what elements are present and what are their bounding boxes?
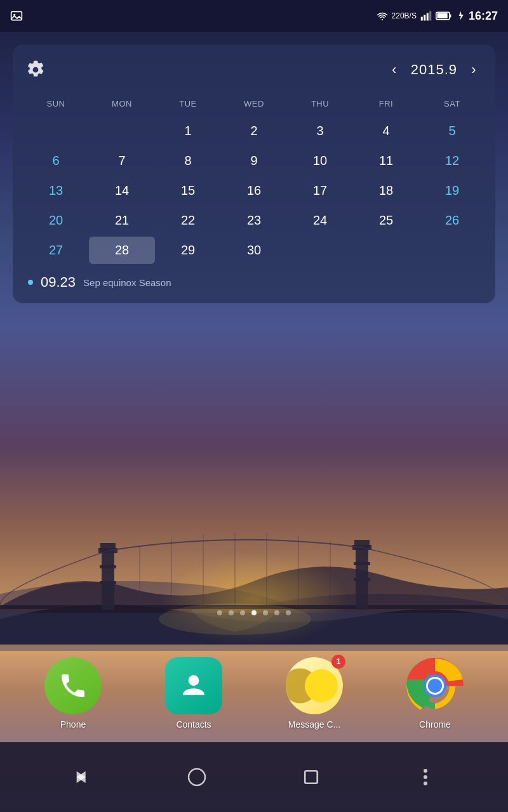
event-dot-indicator xyxy=(28,280,33,285)
calendar-week-5: 27 28 29 30 xyxy=(23,237,485,264)
message-app-label: Message C... xyxy=(288,719,340,730)
cal-day-12[interactable]: 12 xyxy=(419,147,485,174)
cal-day-9[interactable]: 9 xyxy=(221,147,287,174)
svg-point-35 xyxy=(189,769,205,785)
cal-day-21[interactable]: 21 xyxy=(89,207,155,234)
svg-rect-30 xyxy=(437,13,447,18)
dow-wed: WED xyxy=(221,95,287,115)
chrome-logo-icon xyxy=(406,657,464,714)
cal-day-8[interactable]: 8 xyxy=(155,147,221,174)
svg-rect-36 xyxy=(305,771,318,783)
svg-rect-26 xyxy=(427,13,429,21)
calendar-next-button[interactable]: › xyxy=(462,58,485,81)
cal-day-19[interactable]: 19 xyxy=(419,177,485,204)
chrome-app-label: Chrome xyxy=(419,719,451,730)
message-badge: 1 xyxy=(331,655,345,669)
cal-day-17[interactable]: 17 xyxy=(287,177,353,204)
status-right: 220B/S 16:27 xyxy=(377,10,498,23)
calendar-month-title: 2015.9 xyxy=(411,62,457,78)
status-left xyxy=(10,10,23,22)
cal-day-25[interactable]: 25 xyxy=(353,207,419,234)
calendar-header: ‹ 2015.9 › xyxy=(23,57,485,82)
cal-day-6[interactable]: 6 xyxy=(23,147,89,174)
page-dot-5[interactable] xyxy=(263,610,268,615)
cal-day-13[interactable]: 13 xyxy=(23,177,89,204)
page-indicators xyxy=(0,610,508,615)
home-circle-icon xyxy=(187,767,207,787)
cal-day-26[interactable]: 26 xyxy=(419,207,485,234)
signal-icon xyxy=(420,10,432,22)
page-dot-7[interactable] xyxy=(286,610,291,615)
network-speed: 220B/S xyxy=(392,11,417,20)
cal-day-11[interactable]: 11 xyxy=(353,147,419,174)
clock-time: 16:27 xyxy=(469,10,498,23)
chrome-icon-circle xyxy=(406,657,464,714)
back-button[interactable] xyxy=(67,761,98,793)
cal-empty xyxy=(23,117,89,145)
cal-day-14[interactable]: 14 xyxy=(89,177,155,204)
cal-day-7[interactable]: 7 xyxy=(89,147,155,174)
contacts-app[interactable]: Contacts xyxy=(152,657,235,730)
cal-day-22[interactable]: 22 xyxy=(155,207,221,234)
svg-rect-27 xyxy=(429,11,431,21)
cal-empty xyxy=(353,237,419,264)
cal-day-2[interactable]: 2 xyxy=(221,117,287,145)
cal-day-27[interactable]: 27 xyxy=(23,237,89,264)
page-dot-2[interactable] xyxy=(229,610,234,615)
page-dot-3[interactable] xyxy=(240,610,245,615)
cal-day-15[interactable]: 15 xyxy=(155,177,221,204)
cal-day-4[interactable]: 4 xyxy=(353,117,419,145)
cal-day-23[interactable]: 23 xyxy=(221,207,287,234)
dow-mon: MON xyxy=(89,95,155,115)
home-button[interactable] xyxy=(181,761,213,793)
dow-thu: THU xyxy=(287,95,353,115)
message-icon-wrap: 1 xyxy=(286,657,343,714)
charging-icon xyxy=(456,11,465,21)
cal-day-24[interactable]: 24 xyxy=(287,207,353,234)
recents-button[interactable] xyxy=(295,761,327,793)
page-dot-6[interactable] xyxy=(274,610,279,615)
message-app[interactable]: 1 Message C... xyxy=(273,657,356,730)
svg-point-34 xyxy=(428,679,442,693)
cal-day-18[interactable]: 18 xyxy=(353,177,419,204)
cal-day-28-today[interactable]: 28 xyxy=(89,237,155,264)
phone-handset-icon xyxy=(58,671,88,701)
status-bar: 220B/S 16:27 xyxy=(0,0,508,32)
cal-day-29[interactable]: 29 xyxy=(155,237,221,264)
gear-icon xyxy=(26,60,45,79)
calendar-prev-button[interactable]: ‹ xyxy=(383,58,406,81)
svg-rect-24 xyxy=(421,17,423,21)
dow-sun: SUN xyxy=(23,95,89,115)
cal-day-20[interactable]: 20 xyxy=(23,207,89,234)
message-bubble-body xyxy=(305,669,338,702)
cal-day-5[interactable]: 5 xyxy=(419,117,485,145)
event-description: Sep equinox Season xyxy=(83,277,171,288)
page-dot-4-active[interactable] xyxy=(251,610,257,615)
dow-sat: SAT xyxy=(419,95,485,115)
svg-rect-22 xyxy=(11,11,22,20)
page-dot-1[interactable] xyxy=(217,610,222,615)
calendar-nav-group: ‹ 2015.9 › xyxy=(383,58,485,81)
cal-empty xyxy=(89,117,155,145)
contacts-app-label: Contacts xyxy=(176,719,211,730)
calendar-widget: ‹ 2015.9 › SUN MON TUE WED THU FRI SAT 1… xyxy=(13,44,495,303)
cal-day-3[interactable]: 3 xyxy=(287,117,353,145)
cal-empty xyxy=(287,237,353,264)
cal-day-16[interactable]: 16 xyxy=(221,177,287,204)
contacts-icon-circle xyxy=(165,657,222,714)
chrome-app[interactable]: Chrome xyxy=(394,657,476,730)
phone-icon-circle xyxy=(44,657,102,714)
dow-fri: FRI xyxy=(353,95,419,115)
back-triangle-icon xyxy=(74,768,91,786)
cal-day-30[interactable]: 30 xyxy=(221,237,287,264)
battery-icon xyxy=(436,11,452,21)
svg-point-37 xyxy=(424,769,427,773)
calendar-settings-button[interactable] xyxy=(23,57,48,82)
wifi-icon xyxy=(377,11,388,21)
svg-point-38 xyxy=(424,775,427,779)
phone-app[interactable]: Phone xyxy=(32,657,114,730)
menu-button[interactable] xyxy=(410,761,441,793)
calendar-week-4: 20 21 22 23 24 25 26 xyxy=(23,207,485,234)
cal-day-1[interactable]: 1 xyxy=(155,117,221,145)
cal-day-10[interactable]: 10 xyxy=(287,147,353,174)
